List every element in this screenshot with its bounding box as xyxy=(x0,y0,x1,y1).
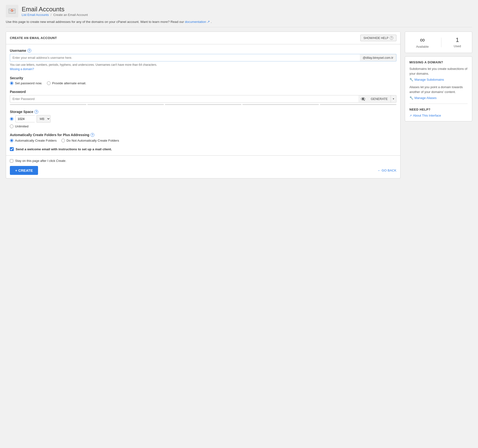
auto-folder-options: Automatically Create Folders Do Not Auto… xyxy=(10,139,396,142)
password-field-group: Password 👁‍🗨 GENERATE ▾ xyxy=(10,90,396,105)
strength-bar-2 xyxy=(87,104,164,105)
help-circle-icon: ? xyxy=(390,36,393,40)
page-description: Use this page to create new email addres… xyxy=(6,20,472,27)
username-field-group: Username ? @dilay.bireysel.com.tr You ca… xyxy=(10,49,396,71)
missing-domain-link[interactable]: Missing a domain? xyxy=(10,67,34,71)
storage-label: Storage Space ? xyxy=(10,110,396,114)
external-link-icon-help: ↗ xyxy=(409,114,412,117)
missing-domain-text2: Aliases let you point a domain towards a… xyxy=(409,85,468,94)
info-box: MISSING A DOMAIN? Subdomains let you cre… xyxy=(405,56,472,121)
storage-help-icon[interactable]: ? xyxy=(34,110,38,114)
storage-field-group: Storage Space ? MB GB Unlimited xyxy=(10,110,396,128)
available-stat: ∞ Available xyxy=(416,36,429,48)
right-panel: ∞ Available 1 Used MISSING A DOMAIN? Sub… xyxy=(405,32,472,121)
manage-aliases-link[interactable]: 🔧 Manage Aliases xyxy=(409,96,468,100)
infinity-symbol: ∞ xyxy=(420,36,425,44)
storage-unit-select[interactable]: MB GB xyxy=(37,115,51,123)
show-hide-help-button[interactable]: SHOW/HIDE HELP ? xyxy=(360,35,396,41)
manage-subdomains-link[interactable]: 🔧 Manage Subdomains xyxy=(409,78,468,81)
stats-box: ∞ Available 1 Used xyxy=(405,32,472,53)
form-panel: CREATE AN EMAIL ACCOUNT SHOW/HIDE HELP ?… xyxy=(6,32,400,178)
missing-domain-title: MISSING A DOMAIN? xyxy=(409,60,468,64)
form-panel-header: CREATE AN EMAIL ACCOUNT SHOW/HIDE HELP ? xyxy=(6,32,400,44)
form-footer: Stay on this page after I click Create. … xyxy=(6,155,400,178)
storage-unlimited-radio[interactable] xyxy=(10,125,13,128)
storage-custom-radio[interactable] xyxy=(10,117,13,121)
eye-slash-icon: 👁‍🗨 xyxy=(361,97,365,101)
wrench-icon-aliases: 🔧 xyxy=(409,96,413,100)
missing-domain-text1: Subdomains let you create subsections of… xyxy=(409,66,468,76)
password-strength-bars xyxy=(10,104,396,105)
need-help-title: NEED HELP? xyxy=(409,108,468,111)
used-stat: 1 Used xyxy=(454,37,461,48)
stay-on-page-label: Stay on this page after I click Create. xyxy=(15,159,66,163)
username-label: Username ? xyxy=(10,49,396,53)
strength-bar-5 xyxy=(320,104,396,105)
strength-bar-3 xyxy=(165,104,241,105)
external-link-icon: ↗ xyxy=(207,20,210,24)
storage-options: MB GB Unlimited xyxy=(10,115,396,128)
password-input[interactable] xyxy=(10,95,358,103)
wrench-icon-subdomains: 🔧 xyxy=(409,78,413,81)
password-generate-dropdown-button[interactable]: ▾ xyxy=(391,95,396,103)
page-title-block: Email Accounts List Email Accounts / Cre… xyxy=(22,6,88,17)
welcome-email-label[interactable]: Send a welcome email with instructions t… xyxy=(16,147,112,151)
radio-set-password[interactable]: Set password now. xyxy=(10,81,42,85)
username-help-icon[interactable]: ? xyxy=(27,49,31,53)
auto-folder-yes-radio[interactable] xyxy=(10,139,13,142)
create-button[interactable]: + CREATE xyxy=(10,166,38,175)
password-toggle-button[interactable]: 👁‍🗨 xyxy=(358,95,368,103)
storage-unlimited-row: Unlimited xyxy=(10,125,396,128)
go-back-link[interactable]: ← GO BACK xyxy=(377,169,396,172)
chevron-down-icon: ▾ xyxy=(393,97,394,100)
auto-folder-yes-option[interactable]: Automatically Create Folders xyxy=(10,139,57,142)
breadcrumb-current: Create an Email Account xyxy=(53,13,88,17)
domain-badge: @dilay.bireysel.com.tr xyxy=(360,54,396,61)
breadcrumb-link[interactable]: List Email Accounts xyxy=(22,13,49,17)
page-title: Email Accounts xyxy=(22,6,88,13)
auto-folder-field-group: Automatically Create Folders for Plus Ad… xyxy=(10,133,396,142)
username-input[interactable] xyxy=(10,54,360,61)
about-interface-link[interactable]: ↗ About This Interface xyxy=(409,114,468,117)
radio-alternate-email-input[interactable] xyxy=(47,81,51,85)
documentation-link[interactable]: documentation ↗ xyxy=(185,20,211,24)
auto-folder-help-icon[interactable]: ? xyxy=(90,133,94,137)
auto-folder-label: Automatically Create Folders for Plus Ad… xyxy=(10,133,396,137)
breadcrumb: List Email Accounts / Create an Email Ac… xyxy=(22,13,88,17)
form-body: Username ? @dilay.bireysel.com.tr You ca… xyxy=(6,44,400,155)
page-header: Email Accounts List Email Accounts / Cre… xyxy=(6,5,472,17)
auto-folder-no-option[interactable]: Do Not Automatically Create Folders xyxy=(61,139,119,142)
form-panel-title: CREATE AN EMAIL ACCOUNT xyxy=(10,36,57,40)
password-input-row: 👁‍🗨 GENERATE ▾ xyxy=(10,95,396,103)
main-layout: CREATE AN EMAIL ACCOUNT SHOW/HIDE HELP ?… xyxy=(6,32,472,178)
need-help-section: NEED HELP? ↗ About This Interface xyxy=(409,108,468,117)
stay-on-page-row: Stay on this page after I click Create. xyxy=(10,159,396,163)
stay-on-page-checkbox[interactable] xyxy=(10,159,13,163)
stat-divider xyxy=(441,38,441,47)
strength-bar-4 xyxy=(242,104,319,105)
security-radio-group: Set password now. Provide alternate emai… xyxy=(10,81,396,85)
missing-domain-section: MISSING A DOMAIN? Subdomains let you cre… xyxy=(409,60,468,104)
form-actions: + CREATE ← GO BACK xyxy=(10,166,396,175)
welcome-email-row: Send a welcome email with instructions t… xyxy=(10,147,396,151)
used-label: Used xyxy=(454,44,461,48)
available-label: Available xyxy=(416,45,429,48)
radio-set-password-input[interactable] xyxy=(10,81,13,85)
password-generate-button[interactable]: GENERATE xyxy=(368,95,391,103)
storage-custom-row: MB GB xyxy=(10,115,396,123)
radio-alternate-email[interactable]: Provide alternate email. xyxy=(47,81,86,85)
breadcrumb-separator: / xyxy=(51,13,52,17)
username-hint: You can use letters, numbers, periods, h… xyxy=(10,63,396,71)
security-field-group: Security Set password now. Provide alter… xyxy=(10,76,396,85)
password-label: Password xyxy=(10,90,396,94)
used-value: 1 xyxy=(456,37,459,43)
email-accounts-icon xyxy=(6,5,18,17)
storage-number-input[interactable] xyxy=(15,115,35,122)
strength-bar-1 xyxy=(10,104,86,105)
auto-folder-no-radio[interactable] xyxy=(61,139,65,142)
security-label: Security xyxy=(10,76,396,80)
username-input-row: @dilay.bireysel.com.tr xyxy=(10,54,396,61)
welcome-email-checkbox[interactable] xyxy=(10,147,14,151)
